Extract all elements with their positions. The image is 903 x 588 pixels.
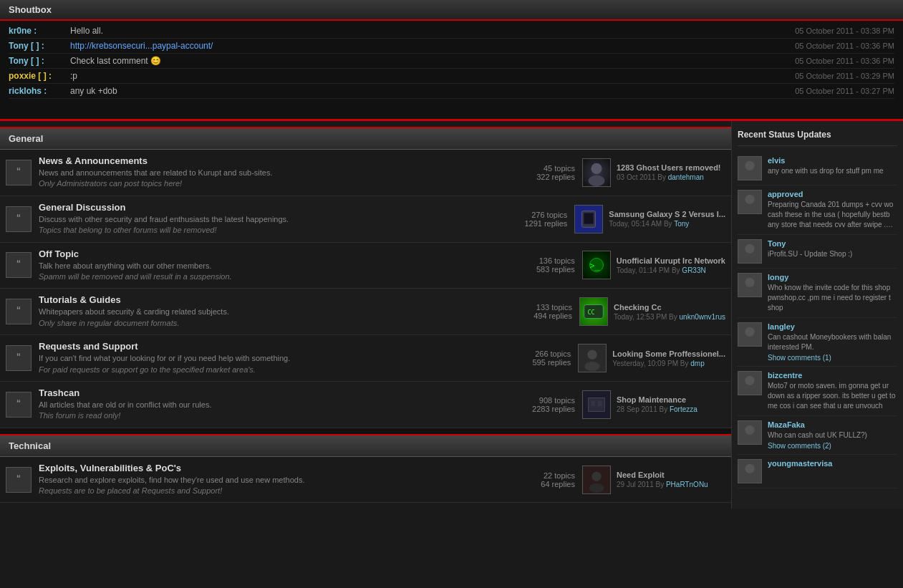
latest-title-news[interactable]: 1283 Ghost Users removed! (617, 163, 725, 172)
status-item-0: elvis any one with us drop for stuff pm … (738, 152, 897, 185)
shoutbox-row: kr0ne : Hello all. 05 October 2011 - 03:… (9, 24, 894, 39)
svg-point-15 (745, 161, 754, 170)
forum-stats-exploits: 22 topics 64 replies (511, 471, 575, 488)
forum-stats-requests: 266 topics 595 replies (506, 350, 571, 367)
status-content-4: langley Can cashout Moneybookers with ba… (768, 322, 897, 362)
shoutbox-msg: Check last comment 😊 (66, 56, 795, 66)
shoutbox-ts: 05 October 2011 - 03:27 PM (795, 87, 894, 95)
forum-latest-trashcan: Shop Maintenance 28 Sep 2011 By Fortezza (582, 390, 725, 419)
status-text-3: Who know the invite code for this shop p… (768, 283, 897, 313)
status-user-1[interactable]: approved (768, 190, 897, 198)
shoutbox-panel: Shoutbox kr0ne : Hello all. 05 October 2… (0, 0, 903, 121)
latest-title-trashcan[interactable]: Shop Maintenance (617, 395, 725, 404)
svg-text:>_: >_ (589, 261, 599, 271)
forum-icon-trashcan: “ (6, 392, 32, 418)
forum-latest-news: 1283 Ghost Users removed! 03 Oct 2011 By… (582, 158, 725, 187)
status-user-0[interactable]: elvis (768, 156, 897, 165)
status-user-6[interactable]: MazaFaka (768, 420, 897, 429)
latest-info-tutorials: Checking Cc Today, 12:53 PM By unkn0wnv1… (614, 303, 725, 321)
technical-section-header: Technical (0, 434, 731, 457)
svg-point-9 (585, 362, 600, 371)
latest-title-exploits[interactable]: Need Exploit (617, 471, 725, 479)
latest-avatar-general (574, 205, 603, 233)
forum-info-general: General Discussion Discuss with other se… (39, 202, 503, 236)
latest-meta-trashcan: 28 Sep 2011 By Fortezza (617, 405, 725, 413)
forum-latest-tutorials: CC Checking Cc Today, 12:53 PM By unkn0w… (579, 297, 725, 326)
forum-info-trashcan: Trashcan All articles that are old or in… (39, 387, 511, 422)
sidebar: Recent Status Updates elvis any one with… (731, 121, 903, 509)
shoutbox-link[interactable]: http://krebsonsecuri...paypal-account/ (70, 41, 213, 51)
status-user-4[interactable]: langley (768, 322, 897, 331)
svg-point-29 (745, 464, 754, 473)
forum-stats-trashcan: 908 topics 2283 replies (511, 396, 575, 413)
forum-row-trashcan: “ Trashcan All articles that are old or … (0, 382, 731, 428)
show-comments-6[interactable]: Show comments (2) (768, 442, 897, 450)
status-content-6: MazaFaka Who can cash out UK FULLZ?) Sho… (768, 420, 897, 450)
svg-point-14 (589, 483, 604, 492)
status-user-3[interactable]: longy (768, 273, 897, 281)
status-user-2[interactable]: Tony (768, 239, 897, 248)
shoutbox-user: kr0ne : (9, 26, 66, 36)
shoutbox-msg: Hello all. (66, 26, 795, 36)
shoutbox-ts: 05 October 2011 - 03:38 PM (795, 26, 894, 35)
forum-desc-general: Discuss with other security and fraud en… (39, 214, 503, 236)
svg-point-28 (743, 436, 757, 444)
shoutbox-ts: 05 October 2011 - 03:36 PM (795, 42, 894, 50)
latest-avatar-exploits (582, 466, 611, 494)
forum-title-tutorials[interactable]: Tutorials & Guides (39, 294, 508, 305)
latest-title-offtopic[interactable]: Unofficial Kurupt Irc Network (617, 256, 725, 265)
svg-point-19 (745, 244, 754, 254)
svg-point-22 (743, 289, 757, 297)
svg-rect-11 (591, 400, 595, 406)
shoutbox-ts: 05 October 2011 - 03:36 PM (795, 57, 894, 65)
forum-area: General “ News & Announcements News and … (0, 121, 731, 509)
svg-point-8 (588, 350, 597, 360)
svg-point-30 (743, 475, 757, 483)
latest-avatar-news (582, 158, 611, 187)
svg-point-21 (745, 278, 754, 287)
status-content-2: Tony iProfit.SU - Update Shop :) (768, 239, 897, 264)
shoutbox-row: Tony [ ] : Check last comment 😊 05 Octob… (9, 54, 894, 69)
status-content-1: approved Preparing Canada 201 dumps + cv… (768, 190, 897, 230)
svg-point-16 (743, 172, 757, 180)
forum-latest-offtopic: >_ Unofficial Kurupt Irc Network Today, … (582, 251, 725, 279)
status-user-7[interactable]: youngmastervisa (768, 459, 897, 468)
status-avatar-0 (738, 156, 762, 180)
shoutbox-msg: http://krebsonsecuri...paypal-account/ (66, 41, 795, 51)
shoutbox-ts: 05 October 2011 - 03:29 PM (795, 72, 894, 80)
forum-title-news[interactable]: News & Announcements (39, 155, 511, 166)
forum-title-offtopic[interactable]: Off Topic (39, 249, 511, 259)
latest-meta-exploits: 29 Jul 2011 By PHaRTnONu (617, 481, 725, 488)
forum-row-offtopic: “ Off Topic Talk here about anything wit… (0, 243, 731, 289)
latest-title-requests[interactable]: Looking Some Proffessionel... (612, 350, 725, 358)
shoutbox-body: kr0ne : Hello all. 05 October 2011 - 03:… (0, 21, 903, 121)
shoutbox-title: Shoutbox (0, 0, 903, 21)
shoutbox-row: Tony [ ] : http://krebsonsecuri...paypal… (9, 39, 894, 54)
latest-title-tutorials[interactable]: Checking Cc (614, 303, 725, 312)
svg-point-27 (745, 425, 754, 435)
forum-title-general[interactable]: General Discussion (39, 202, 503, 213)
status-text-4: Can cashout Moneybookers with balan inte… (768, 332, 897, 352)
latest-meta-requests: Yesterday, 10:09 PM By dmp (612, 360, 725, 367)
status-avatar-2 (738, 239, 762, 264)
shoutbox-row: poxxie [ ] : :p 05 October 2011 - 03:29 … (9, 69, 894, 84)
status-content-0: elvis any one with us drop for stuff pm … (768, 156, 897, 180)
forum-title-requests[interactable]: Requests and Support (39, 341, 506, 352)
forum-title-exploits[interactable]: Exploits, Vulnerabilities & PoC's (39, 463, 511, 473)
forum-row-tutorials: “ Tutorials & Guides Whitepapers about s… (0, 289, 731, 335)
forum-stats-general: 276 topics 1291 replies (503, 211, 567, 228)
forum-desc-offtopic: Talk here about anything with our other … (39, 261, 511, 283)
status-item-7: youngmastervisa (738, 455, 897, 488)
forum-info-requests: Requests and Support If you can't find w… (39, 341, 506, 375)
status-item-6: MazaFaka Who can cash out UK FULLZ?) Sho… (738, 416, 897, 455)
forum-stats-tutorials: 133 topics 494 replies (508, 303, 572, 320)
shoutbox-user: ricklohs : (9, 86, 66, 96)
show-comments-4[interactable]: Show comments (1) (768, 354, 897, 362)
latest-title-general[interactable]: Samsung Galaxy S 2 Versus I... (609, 210, 725, 218)
forum-icon-offtopic: “ (6, 252, 32, 278)
forum-latest-general: Samsung Galaxy S 2 Versus I... Today, 05… (574, 205, 725, 233)
shoutbox-msg: any uk +dob (66, 86, 795, 96)
status-user-5[interactable]: bizcentre (768, 371, 897, 380)
latest-meta-news: 03 Oct 2011 By dantehman (617, 173, 725, 181)
forum-title-trashcan[interactable]: Trashcan (39, 387, 511, 398)
